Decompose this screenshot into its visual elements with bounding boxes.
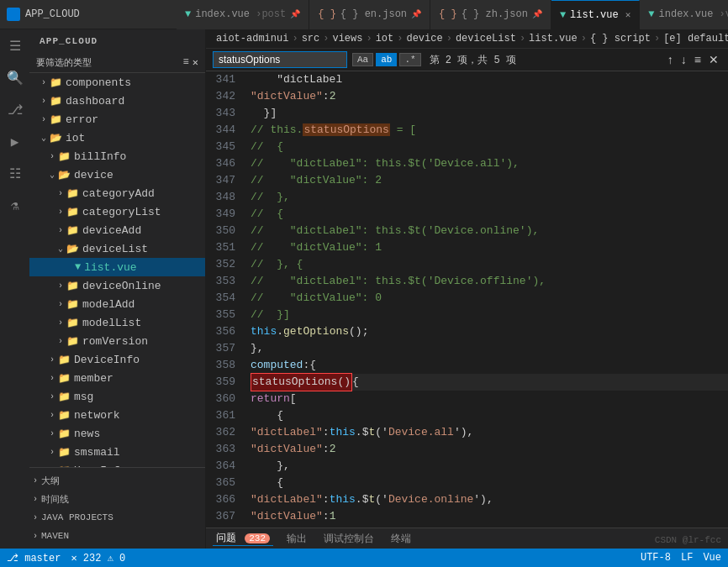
line-number-345: 345: [206, 139, 235, 155]
tree-item-deviceList[interactable]: ⌄📂deviceList: [29, 239, 205, 258]
activity-search-icon[interactable]: 🔍: [5, 68, 25, 88]
line-ending-status: LF: [681, 552, 693, 564]
regex-button[interactable]: .*: [399, 53, 420, 66]
tree-label: romVersion: [82, 335, 148, 348]
output-tab[interactable]: 输出: [283, 532, 310, 546]
code-line-363: "dictValue": 2: [251, 441, 728, 458]
breadcrumb-sep-3: ›: [397, 33, 403, 45]
breadcrumb-item-4[interactable]: device: [406, 33, 442, 45]
breadcrumb-item-1[interactable]: src: [302, 33, 320, 45]
code-content[interactable]: "dictLabel "dictValue": 2 }]// this.stat…: [244, 71, 728, 528]
activity-explorer-icon[interactable]: ☰: [5, 36, 25, 56]
activity-debug-icon[interactable]: ▶: [5, 132, 25, 152]
tree-item-smsmail[interactable]: ›📁smsmail: [29, 443, 205, 461]
filter-close-icon[interactable]: ✕: [193, 56, 198, 69]
outline-section[interactable]: › 大纲: [29, 471, 205, 490]
breadcrumb-item-3[interactable]: iot: [376, 33, 394, 45]
line-number-366: 366: [206, 491, 235, 508]
code-line-367: "dictValue": 1: [251, 508, 728, 525]
tree-item-categoryAdd[interactable]: ›📁categoryAdd: [29, 184, 205, 202]
tree-item-categoryList[interactable]: ›📁categoryList: [29, 202, 205, 221]
tab-list-vue[interactable]: ▼ list.vue ✕: [551, 0, 640, 29]
tab-index-vue-post[interactable]: ▼ index.vue ›post 📌: [177, 0, 309, 29]
tree-item-list-vue[interactable]: ▼list.vue: [29, 258, 205, 276]
errors-status: ✕ 232 ⚠ 0: [71, 552, 125, 564]
tree-item-device[interactable]: ⌄📂device: [29, 165, 205, 184]
next-match-button[interactable]: ↓: [678, 53, 689, 66]
breadcrumb-item-6[interactable]: list.vue: [529, 33, 578, 45]
java-projects-section[interactable]: › JAVA PROJECTS: [29, 508, 205, 527]
search-options: Aa ab .*: [352, 53, 421, 66]
status-bar: ⎇ master ✕ 232 ⚠ 0 UTF-8 LF Vue: [0, 549, 728, 567]
tree-item-UserInfo[interactable]: ›📁UserInfo: [29, 461, 205, 467]
activity-git-icon[interactable]: ⎇: [5, 100, 25, 120]
tree-item-deviceOnline[interactable]: ›📁deviceOnline: [29, 276, 205, 295]
vue-file-icon: ▼: [75, 261, 81, 273]
tree-item-DeviceInfo[interactable]: ›📁DeviceInfo: [29, 350, 205, 369]
tree-item-modelAdd[interactable]: ›📁modelAdd: [29, 295, 205, 313]
filter-format-icon[interactable]: ≡: [183, 56, 189, 69]
tree-label: smsmail: [74, 446, 120, 459]
match-word-button[interactable]: ab: [376, 53, 397, 66]
terminal-tab[interactable]: 终端: [388, 532, 414, 546]
activity-extensions-icon[interactable]: ☷: [5, 164, 25, 184]
prev-match-button[interactable]: ↑: [665, 53, 676, 66]
match-case-button[interactable]: Aa: [352, 53, 373, 66]
tree-arrow-icon: ›: [46, 428, 58, 439]
tree-item-error[interactable]: ›📁error: [29, 110, 205, 129]
tree-arrow-icon: ›: [55, 280, 66, 291]
problems-tab[interactable]: 问题 232: [213, 531, 273, 546]
tree-label: deviceAdd: [82, 224, 141, 237]
tree-item-components[interactable]: ›📁components: [29, 73, 205, 92]
line-number-358: 358: [206, 357, 235, 374]
activity-bar: ☰ 🔍 ⎇ ▶ ☷ ⚗: [0, 29, 29, 549]
tree-item-dashboard[interactable]: ›📁dashboard: [29, 92, 205, 110]
tab-en-json[interactable]: { } { } en.json 📌: [309, 0, 430, 29]
search-input[interactable]: [213, 51, 347, 68]
tree-label: deviceOnline: [82, 280, 161, 292]
tree-label: list.vue: [84, 261, 136, 274]
line-number-356: 356: [206, 323, 235, 340]
close-search-button[interactable]: ✕: [706, 53, 721, 66]
tree-item-network[interactable]: ›📁network: [29, 406, 205, 424]
tree-item-msg[interactable]: ›📁msg: [29, 387, 205, 406]
tree-item-member[interactable]: ›📁member: [29, 369, 205, 387]
tree-item-billInfo[interactable]: ›📁billInfo: [29, 147, 205, 165]
sidebar-title-label: APP_CLOUD: [25, 8, 80, 20]
tree-arrow-icon: ›: [46, 354, 58, 365]
search-result-info: 第 2 项，共 5 项: [430, 53, 516, 67]
tree-item-modelList[interactable]: ›📁modelList: [29, 313, 205, 332]
breadcrumb-item-8[interactable]: [e] default: [663, 33, 728, 45]
expand-button[interactable]: ≡: [692, 53, 704, 66]
tree-item-iot[interactable]: ⌄📂iot: [29, 129, 205, 147]
tree-arrow-icon: ›: [38, 113, 50, 125]
breadcrumb-item-2[interactable]: views: [332, 33, 362, 45]
tree-label: deviceList: [82, 243, 148, 255]
tree-label: billInfo: [74, 150, 126, 163]
code-line-345: // {: [251, 139, 728, 155]
code-line-353: // "dictLabel": this.$t('Device.offline'…: [251, 273, 728, 290]
file-tree[interactable]: ›📁components›📁dashboard›📁error⌄📂iot›📁bil…: [29, 73, 205, 467]
tree-label: member: [74, 372, 113, 385]
maven-section[interactable]: › MAVEN: [29, 527, 205, 545]
tree-arrow-icon: ⌄: [55, 243, 66, 255]
tab-index-vue-vole[interactable]: ▼ index.vue ›vole ✕: [640, 0, 728, 29]
tree-item-deviceAdd[interactable]: ›📁deviceAdd: [29, 221, 205, 239]
activity-beaker-icon[interactable]: ⚗: [5, 196, 25, 216]
folder-icon: 📁: [66, 317, 79, 329]
tree-label: modelList: [82, 317, 141, 329]
tree-arrow-icon: ›: [55, 335, 66, 347]
breadcrumb-item-0[interactable]: aiot-adminui: [216, 33, 288, 45]
breadcrumb-item-5[interactable]: deviceList: [456, 33, 516, 45]
breadcrumb-item-7[interactable]: { } script: [590, 33, 651, 45]
tree-item-news[interactable]: ›📁news: [29, 424, 205, 443]
line-number-357: 357: [206, 340, 235, 357]
debug-console-tab[interactable]: 调试控制台: [320, 532, 377, 546]
timeline-section[interactable]: › 时间线: [29, 490, 205, 508]
tree-item-romVersion[interactable]: ›📁romVersion: [29, 332, 205, 350]
language-status: Vue: [703, 552, 721, 564]
code-line-354: // "dictValue": 0: [251, 290, 728, 307]
filter-icons: ≡ ✕: [183, 56, 198, 69]
tab-zh-json[interactable]: { } { } zh.json 📌: [430, 0, 551, 29]
code-line-352: // }, {: [251, 256, 728, 273]
